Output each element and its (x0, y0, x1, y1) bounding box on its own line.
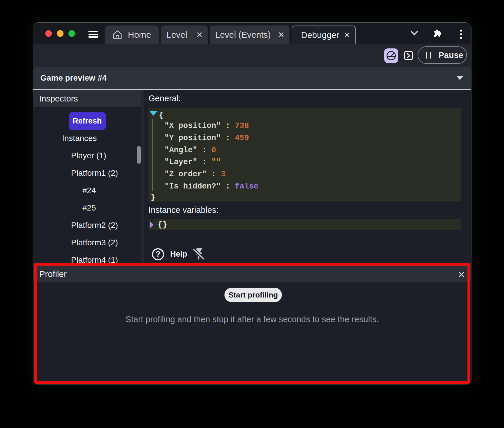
collapse-caret-icon[interactable] (150, 111, 157, 116)
empty-object-braces: {} (158, 220, 167, 229)
tree-item[interactable]: Platform2 (2) (33, 217, 141, 234)
tree-item[interactable]: Platform1 (2) (33, 164, 141, 182)
json-entry: "Layer" : "" (148, 156, 461, 168)
help-icon[interactable]: ? (152, 248, 164, 260)
home-icon (113, 30, 122, 40)
tab-home-label: Home (128, 30, 151, 40)
profiler-caption: Start profiling and then stop it after a… (33, 315, 471, 324)
instances-tree: InstancesPlayer (1)Platform1 (2)#24#25Pl… (33, 130, 141, 269)
expand-caret-icon[interactable] (150, 221, 153, 228)
profiler-toggle-button[interactable] (384, 48, 398, 63)
game-preview-accordion[interactable]: Game preview #4 (33, 67, 471, 90)
console-button[interactable] (404, 51, 413, 60)
general-json-view: {"X position" : 738"Y position" : 459"An… (148, 108, 461, 202)
kebab-menu-icon[interactable] (460, 30, 462, 39)
pause-button[interactable]: Pause (418, 46, 467, 64)
json-close-brace: } (148, 193, 461, 202)
debugger-toolbar: Pause (33, 44, 471, 67)
tab-bar: Home Level Level (Events) Debugger (33, 23, 471, 44)
profiler-close-icon[interactable] (458, 271, 464, 277)
console-chevron-icon (405, 52, 412, 59)
tab-level-events[interactable]: Level (Events) (210, 26, 289, 44)
chevron-down-icon[interactable] (411, 31, 418, 35)
traffic-light-minimize[interactable] (57, 30, 64, 37)
pause-button-label: Pause (438, 50, 463, 60)
speedometer-icon (386, 50, 396, 61)
tab-debugger[interactable]: Debugger (292, 26, 356, 44)
profiler-header: Profiler (33, 263, 471, 282)
profiler-title: Profiler (39, 266, 67, 282)
tree-item[interactable]: #25 (33, 199, 141, 217)
content-area: Inspectors Refresh InstancesPlayer (1)Pl… (33, 90, 471, 263)
start-profiling-button[interactable]: Start profiling (224, 288, 282, 302)
tab-level-close-icon[interactable] (197, 32, 202, 37)
tab-level-events-close-icon[interactable] (279, 32, 284, 37)
tab-home[interactable]: Home (105, 26, 159, 44)
tree-item[interactable]: Player (1) (33, 147, 141, 164)
instance-variables-view: {} (148, 219, 461, 230)
json-entry: "Y position" : 459 (148, 132, 461, 144)
general-label: General: (148, 93, 461, 103)
help-label: Help (170, 250, 187, 259)
sidebar-divider[interactable] (141, 90, 144, 263)
json-entry: "Angle" : 0 (148, 144, 461, 157)
tree-item[interactable]: Platform3 (2) (33, 234, 141, 251)
accordion-chevron-icon (456, 76, 463, 80)
debugger-window: Home Level Level (Events) Debugger (33, 22, 472, 385)
indent-guide (152, 119, 153, 191)
instance-variables-label: Instance variables: (148, 205, 461, 215)
json-entry: "Z order" : 3 (148, 168, 461, 181)
profiler-panel: Profiler Start profiling Start profiling… (33, 263, 471, 385)
inspectors-sidebar: Inspectors Refresh InstancesPlayer (1)Pl… (33, 90, 141, 263)
hamburger-menu-icon[interactable] (88, 31, 98, 37)
game-preview-title: Game preview #4 (40, 73, 107, 83)
tab-debugger-label: Debugger (301, 30, 339, 40)
traffic-light-close[interactable] (45, 30, 52, 37)
extensions-puzzle-icon[interactable] (434, 29, 441, 37)
tab-debugger-close-icon[interactable] (345, 32, 349, 37)
unpin-icon[interactable] (192, 248, 204, 261)
sidebar-scrollbar[interactable] (137, 146, 141, 164)
json-entry: "X position" : 738 (148, 120, 461, 132)
help-row: ? Help (148, 248, 461, 261)
json-open-brace: { (148, 111, 461, 120)
refresh-button[interactable]: Refresh (69, 112, 106, 130)
inspector-detail-panel: General: {"X position" : 738"Y position"… (144, 90, 471, 263)
tab-level[interactable]: Level (161, 26, 208, 44)
inspectors-header: Inspectors (33, 90, 141, 107)
pause-icon (426, 52, 431, 59)
traffic-light-zoom[interactable] (68, 30, 75, 37)
json-entry: "Is hidden?" : false (148, 181, 461, 193)
tree-item[interactable]: Instances (33, 130, 141, 147)
tree-item[interactable]: #24 (33, 182, 141, 199)
tab-level-events-label: Level (Events) (215, 30, 271, 40)
inspectors-header-label: Inspectors (39, 94, 78, 104)
tab-level-label: Level (166, 30, 187, 40)
